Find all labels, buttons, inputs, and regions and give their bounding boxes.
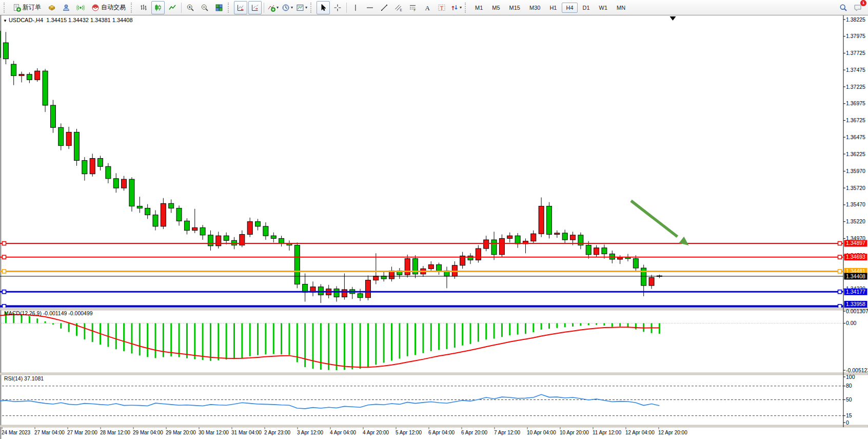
- arrows-button[interactable]: ▾: [449, 1, 463, 14]
- line-handle[interactable]: [3, 304, 6, 308]
- timeframe-m30-button[interactable]: M30: [525, 3, 544, 13]
- timeframe-d1-button[interactable]: D1: [579, 3, 594, 13]
- fibonacci-button[interactable]: F: [406, 1, 420, 14]
- time-axis-label: 11 Apr 12:00: [593, 430, 621, 435]
- svg-text:A: A: [425, 4, 430, 11]
- time-axis-label: 31 Mar 04:00: [231, 430, 262, 435]
- new-order-button[interactable]: 新订单: [10, 1, 44, 14]
- time-axis-label: 4 Apr 04:00: [330, 430, 357, 435]
- timeframe-m5-button[interactable]: M5: [488, 3, 504, 13]
- price-line-badge-label: 1.34408: [846, 273, 865, 279]
- text-icon: A: [423, 4, 431, 12]
- notifications-button[interactable]: 1: [851, 1, 864, 14]
- price-line-badge: 1.34693: [844, 254, 867, 260]
- profile-button[interactable]: [60, 1, 73, 14]
- price-tick-label: 1.37475: [846, 67, 865, 73]
- time-axis-label: 27 Mar 04:00: [34, 430, 65, 435]
- text-label-button[interactable]: T: [435, 1, 448, 14]
- chart-window-button[interactable]: [45, 1, 58, 14]
- pane-separator[interactable]: [0, 373, 868, 375]
- auto-trading-button-label: 自动交易: [101, 3, 126, 12]
- line-handle[interactable]: [3, 241, 6, 245]
- price-tick-label: 1.37225: [846, 84, 865, 90]
- svg-text:T: T: [440, 5, 443, 11]
- horizontal-line-button[interactable]: [363, 1, 377, 14]
- timeframe-h1-button[interactable]: H1: [545, 3, 561, 13]
- candle: [547, 202, 552, 239]
- cursor-icon: [319, 4, 327, 12]
- svg-text:E: E: [400, 8, 403, 11]
- zoom-in-button[interactable]: [184, 1, 197, 14]
- templates-button[interactable]: ▾: [295, 1, 308, 14]
- cursor-button[interactable]: [317, 1, 330, 14]
- candlestick-chart-button[interactable]: [151, 1, 165, 14]
- pane-separator[interactable]: [0, 308, 868, 311]
- periods-button[interactable]: ▾: [281, 1, 294, 14]
- rsi-axis-label: 15: [846, 412, 852, 418]
- timeframe-m15-button[interactable]: M15: [505, 3, 524, 13]
- bar-chart-button[interactable]: [137, 1, 150, 14]
- profile-icon: [62, 4, 70, 12]
- macd-axis-label: 0.00: [846, 320, 857, 326]
- line-handle[interactable]: [3, 290, 6, 294]
- auto-scroll-icon: [236, 4, 245, 12]
- time-axis-label: 5 Apr 12:00: [396, 430, 422, 435]
- timeframe-m1-button[interactable]: M1: [471, 3, 487, 13]
- line-handle[interactable]: [838, 270, 842, 273]
- line-handle[interactable]: [838, 241, 842, 245]
- toolbar-right-group: 1: [836, 1, 868, 14]
- price-line-badge-label: 1.34177: [846, 289, 865, 295]
- dropdown-caret-icon: ▾: [291, 5, 293, 10]
- price-tick-label: 1.35220: [846, 218, 865, 224]
- auto-trading-button[interactable]: 自动交易: [88, 1, 129, 14]
- trendline-button[interactable]: [378, 1, 391, 14]
- timeframe-mn-button[interactable]: MN: [613, 3, 629, 13]
- text-button[interactable]: A: [421, 1, 434, 14]
- equidistant-channel-button[interactable]: E: [392, 1, 405, 14]
- timeframe-h4-button[interactable]: H4: [562, 3, 577, 13]
- price-tick-label: 1.37725: [846, 50, 865, 56]
- time-axis-label: 6 Apr 04:00: [428, 430, 455, 435]
- line-handle[interactable]: [838, 290, 842, 294]
- auto-scroll-button[interactable]: [234, 1, 247, 14]
- hline-icon: [366, 4, 374, 12]
- candle: [0, 29, 1, 60]
- tile-windows-button[interactable]: [212, 1, 226, 14]
- tile-windows-icon: [215, 4, 223, 12]
- time-axis-label: 28 Mar 12:00: [100, 430, 130, 435]
- market-signal-button[interactable]: [74, 1, 87, 14]
- line-chart-button[interactable]: [166, 1, 179, 14]
- rsi-indicator-label: RSI(14) 37.1081: [4, 375, 44, 381]
- line-handle[interactable]: [3, 255, 6, 259]
- line-handle[interactable]: [3, 270, 6, 273]
- arrows-icon: [450, 4, 459, 12]
- price-line-badge-label: 1.34897: [846, 240, 865, 246]
- price-tick-label: 1.36725: [846, 117, 865, 123]
- timeframe-w1-button[interactable]: W1: [595, 3, 612, 13]
- line-handle[interactable]: [838, 304, 842, 308]
- chart-background: [0, 15, 868, 439]
- time-axis-label: 12 Apr 20:00: [658, 430, 687, 435]
- time-axis-label: 30 Mar 12:00: [199, 430, 229, 435]
- time-axis-label: 2 Apr 23:00: [264, 430, 291, 435]
- search-button[interactable]: [837, 1, 850, 14]
- macd-axis-label: 0.001307: [846, 308, 868, 314]
- toolbar-separator: [181, 3, 182, 13]
- vertical-line-button[interactable]: [349, 1, 362, 14]
- svg-text:F: F: [414, 8, 416, 12]
- indicators-button[interactable]: ▾: [266, 1, 280, 14]
- chart-canvas[interactable]: 1.382251.379751.377251.374751.372251.369…: [0, 15, 868, 439]
- timeframe-group: M1M5M15M30H1H4D1W1MN: [470, 1, 630, 15]
- line-handle[interactable]: [838, 255, 842, 259]
- price-tick-label: 1.36975: [846, 100, 865, 106]
- auto-trading-icon: [91, 4, 100, 12]
- chart-menu-triangle-icon[interactable]: ▼: [3, 18, 7, 23]
- pane-separator[interactable]: [0, 425, 868, 427]
- toolbar-grip: [131, 3, 134, 13]
- price-line-badge: 1.34897: [844, 240, 867, 246]
- chart-shift-button[interactable]: [248, 1, 262, 14]
- price-tick-label: 1.35970: [846, 168, 865, 174]
- crosshair-button[interactable]: [331, 1, 344, 14]
- rsi-axis-label: 100: [846, 374, 855, 380]
- zoom-out-button[interactable]: [198, 1, 211, 14]
